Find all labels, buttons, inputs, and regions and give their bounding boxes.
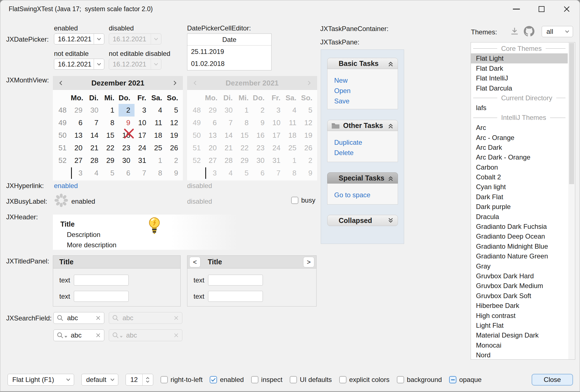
- theme-list-item[interactable]: Light Flat: [471, 320, 568, 330]
- theme-list-item[interactable]: Arc Dark: [471, 142, 568, 152]
- checkbox-enabled[interactable]: enabled: [210, 376, 244, 384]
- scrollbar-track[interactable]: [568, 42, 575, 359]
- font-size-value[interactable]: 12: [126, 376, 142, 384]
- datepicker-field-enabled[interactable]: 16.12.2021: [54, 34, 104, 44]
- text-input[interactable]: [208, 275, 263, 286]
- day-cell[interactable]: 9: [166, 167, 182, 179]
- text-input[interactable]: [208, 291, 263, 302]
- datepicker-dropdown-button[interactable]: [94, 34, 104, 44]
- day-cell[interactable]: 24: [135, 142, 150, 154]
- themes-list[interactable]: Core ThemesFlat LightFlat DarkFlat Intel…: [471, 42, 575, 360]
- checkbox-box[interactable]: [290, 376, 297, 383]
- day-cell[interactable]: 5: [166, 104, 182, 117]
- day-cell[interactable]: 2: [119, 104, 135, 117]
- scrollbar-thumb[interactable]: [569, 43, 574, 184]
- day-cell[interactable]: 19: [166, 129, 182, 142]
- search-input[interactable]: abc: [71, 331, 95, 339]
- datepicker-field-not-editable[interactable]: 16.12.2021: [54, 59, 104, 70]
- theme-list-item[interactable]: Dark purple: [471, 202, 568, 212]
- day-cell[interactable]: 17: [135, 129, 150, 142]
- collapse-chevron-icon[interactable]: [387, 175, 394, 182]
- checkbox-ui-defaults[interactable]: UI defaults: [290, 376, 332, 384]
- table-row[interactable]: 25.11.2019: [187, 46, 271, 58]
- day-cell[interactable]: 3: [135, 104, 150, 117]
- day-cell[interactable]: 3: [71, 167, 87, 179]
- checkbox-explicit-colors[interactable]: explicit colors: [339, 376, 390, 384]
- search-field-enabled[interactable]: abc: [53, 312, 104, 324]
- day-cell[interactable]: 31: [135, 154, 150, 167]
- hyperlink-enabled[interactable]: enabled: [54, 182, 78, 190]
- taskpane-header-collapsed[interactable]: Collapsed: [327, 215, 398, 226]
- theme-list-item[interactable]: Dark Flat: [471, 192, 568, 202]
- search-input[interactable]: abc: [67, 314, 95, 322]
- minimize-button[interactable]: [511, 4, 521, 14]
- task-link[interactable]: Open: [334, 85, 398, 96]
- titled-panel-next-button[interactable]: >: [303, 257, 314, 267]
- checkbox-background[interactable]: background: [397, 376, 442, 384]
- day-cell[interactable]: 8: [150, 167, 166, 179]
- download-icon[interactable]: [510, 27, 519, 38]
- day-cell[interactable]: 1: [103, 104, 119, 117]
- theme-list-item[interactable]: Cyan light: [471, 182, 568, 192]
- day-cell[interactable]: 23: [119, 142, 135, 154]
- theme-list-item[interactable]: Monocai: [471, 340, 568, 350]
- maximize-button[interactable]: [537, 4, 546, 14]
- next-month-icon[interactable]: [167, 80, 183, 86]
- titlebar[interactable]: FlatSwingXTest (Java 17; system scale fa…: [0, 0, 580, 18]
- theme-list-item[interactable]: Gruvbox Dark Hard: [471, 271, 568, 281]
- table-row[interactable]: 01.02.2018: [187, 58, 271, 70]
- day-cell[interactable]: 10: [135, 117, 150, 129]
- taskpane-header-special-tasks[interactable]: Special Tasks: [327, 172, 398, 184]
- datepicker-dropdown-button[interactable]: [94, 59, 104, 69]
- day-cell[interactable]: 25: [150, 142, 166, 154]
- day-cell[interactable]: 29: [103, 154, 119, 167]
- day-cell[interactable]: 2: [166, 154, 182, 167]
- checkbox-opaque[interactable]: opaque: [449, 376, 482, 384]
- search-field-dropdown-enabled[interactable]: abc: [53, 329, 104, 341]
- day-cell[interactable]: 5: [103, 167, 119, 179]
- collapse-chevron-icon[interactable]: [387, 60, 394, 67]
- day-cell[interactable]: 13: [71, 129, 87, 142]
- theme-list-item[interactable]: lafs: [471, 103, 568, 113]
- day-cell[interactable]: 18: [150, 129, 166, 142]
- theme-list-item[interactable]: Gradianto Deep Ocean: [471, 231, 568, 241]
- theme-list-item[interactable]: Gradianto Dark Fuchsia: [471, 222, 568, 231]
- task-link[interactable]: Go to space: [334, 190, 398, 200]
- datepicker-value[interactable]: 16.12.2021: [54, 60, 94, 68]
- date-table[interactable]: Date 25.11.201901.02.2018: [187, 34, 272, 70]
- day-cell[interactable]: 7: [87, 117, 103, 129]
- task-link[interactable]: Duplicate: [334, 137, 398, 148]
- theme-list-item[interactable]: Arc Dark - Orange: [471, 152, 568, 162]
- day-cell[interactable]: 27: [71, 154, 87, 167]
- theme-list-item[interactable]: Nord: [471, 350, 568, 360]
- close-button[interactable]: Close: [532, 374, 573, 386]
- checkbox-box[interactable]: [397, 376, 404, 383]
- theme-list-item[interactable]: Flat Dark: [471, 63, 568, 73]
- theme-list-item[interactable]: Material Design Dark: [471, 330, 568, 340]
- day-cell[interactable]: 4: [87, 167, 103, 179]
- day-cell[interactable]: 8: [103, 117, 119, 129]
- text-input[interactable]: [74, 275, 129, 286]
- text-input[interactable]: [74, 291, 129, 302]
- day-cell[interactable]: 16: [119, 129, 135, 142]
- theme-list-item[interactable]: Hiberbee Dark: [471, 301, 568, 310]
- theme-list-item[interactable]: Arc - Orange: [471, 133, 568, 142]
- titled-panel-prev-button[interactable]: <: [189, 257, 201, 267]
- day-cell[interactable]: 22: [103, 142, 119, 154]
- style-combobox[interactable]: default: [81, 374, 118, 386]
- prev-month-icon[interactable]: [53, 80, 69, 86]
- theme-list-item[interactable]: Gradianto Nature Green: [471, 251, 568, 261]
- busy-checkbox[interactable]: busy: [291, 196, 315, 204]
- checkbox-box[interactable]: [291, 197, 298, 204]
- expand-chevron-icon[interactable]: [387, 217, 394, 224]
- spinner-buttons[interactable]: [142, 374, 153, 385]
- theme-list-item[interactable]: Gruvbox Dark Medium: [471, 281, 568, 291]
- theme-list-item[interactable]: Dracula: [471, 212, 568, 222]
- task-link[interactable]: Save: [334, 96, 398, 106]
- checkbox-box[interactable]: [161, 376, 168, 383]
- github-icon[interactable]: [524, 26, 534, 38]
- day-cell[interactable]: 29: [71, 104, 87, 117]
- date-column-header[interactable]: Date: [187, 34, 271, 46]
- day-cell[interactable]: 21: [87, 142, 103, 154]
- datepicker-value[interactable]: 16.12.2021: [54, 35, 94, 43]
